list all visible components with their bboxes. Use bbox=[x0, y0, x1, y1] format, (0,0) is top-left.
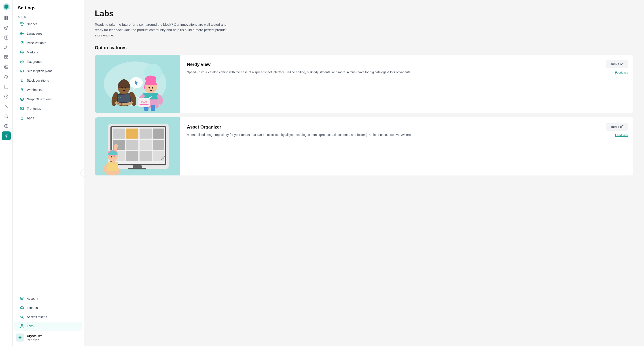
labs-icon bbox=[20, 324, 24, 328]
opt-in-title: Opt-in features bbox=[95, 45, 633, 50]
svg-point-66 bbox=[148, 89, 148, 90]
sidebar-item-frontends[interactable]: Frontends bbox=[14, 104, 82, 113]
svg-point-87 bbox=[164, 156, 165, 157]
svg-point-64 bbox=[148, 87, 150, 88]
sidebar-item-markets[interactable]: Markets bbox=[14, 48, 82, 57]
nerdy-view-description: Speed up your catalog editing with the e… bbox=[187, 70, 586, 75]
sidebar-item-languages[interactable]: Languages bbox=[14, 29, 82, 38]
svg-point-88 bbox=[162, 157, 164, 159]
asset-organizer-actions: Turn it off Feedback bbox=[593, 117, 633, 175]
rail-language-icon[interactable] bbox=[2, 122, 11, 131]
subscription-plans-icon bbox=[20, 69, 24, 73]
svg-point-20 bbox=[5, 115, 8, 117]
svg-rect-29 bbox=[20, 70, 24, 72]
rail-search-icon[interactable] bbox=[2, 112, 11, 121]
svg-point-51 bbox=[118, 103, 119, 104]
rail-nodes-icon[interactable] bbox=[2, 43, 11, 52]
price-variants-label: Price Variants bbox=[27, 41, 46, 45]
app-logo[interactable] bbox=[2, 3, 10, 11]
markets-label: Markets bbox=[27, 50, 38, 54]
rail-analytics-icon[interactable] bbox=[2, 92, 11, 101]
tenant-item[interactable]: Crystallize crystal plan bbox=[12, 331, 84, 344]
main-content: Labs Ready to take the future for a spin… bbox=[84, 0, 644, 346]
svg-rect-86 bbox=[153, 151, 164, 161]
svg-point-52 bbox=[121, 103, 122, 105]
icon-rail bbox=[0, 0, 12, 346]
graphql-explorer-icon bbox=[20, 97, 24, 101]
svg-rect-0 bbox=[4, 16, 6, 18]
svg-point-89 bbox=[161, 159, 162, 160]
sidebar-item-stock-locations[interactable]: Stock Locations bbox=[14, 76, 82, 85]
svg-rect-76 bbox=[126, 128, 138, 139]
svg-point-48 bbox=[125, 87, 126, 88]
svg-marker-31 bbox=[20, 98, 24, 101]
webhooks-label: Webhooks bbox=[27, 88, 42, 92]
price-variants-icon bbox=[20, 41, 24, 45]
svg-point-26 bbox=[22, 42, 23, 43]
svg-rect-11 bbox=[6, 55, 8, 56]
sidebar-bottom: Account Tenants Access tokens Labs bbox=[12, 290, 84, 346]
tenant-info: Crystallize crystal plan bbox=[27, 334, 42, 341]
asset-organizer-feedback-link[interactable]: Feedback bbox=[615, 133, 628, 137]
graphql-explorer-label: GraphQL explorer bbox=[27, 97, 52, 101]
svg-rect-23 bbox=[20, 22, 22, 24]
sidebar-item-price-variants[interactable]: Price Variants bbox=[14, 38, 82, 47]
nerdy-view-feedback-link[interactable]: Feedback bbox=[615, 71, 628, 74]
access-tokens-label: Access tokens bbox=[27, 315, 47, 319]
svg-rect-77 bbox=[140, 128, 152, 139]
sidebar-item-graphql-explorer[interactable]: GraphQL explorer bbox=[14, 95, 82, 104]
asset-organizer-description: A centralized image repository for your … bbox=[187, 132, 586, 137]
labs-label: Labs bbox=[27, 324, 34, 328]
account-icon bbox=[20, 296, 24, 301]
rail-layers-icon[interactable] bbox=[2, 72, 11, 81]
svg-point-68 bbox=[154, 89, 154, 90]
sidebar-title: Settings bbox=[12, 0, 84, 14]
svg-text:</>: </> bbox=[118, 96, 121, 99]
rail-dashboard-icon[interactable] bbox=[2, 13, 11, 22]
svg-rect-80 bbox=[126, 140, 138, 150]
rail-catalog-icon[interactable] bbox=[2, 23, 11, 32]
tax-groups-icon bbox=[20, 59, 24, 64]
feature-card-asset-organizer: Asset Organizer A centralized image repo… bbox=[95, 117, 633, 175]
rail-settings-icon[interactable] bbox=[2, 131, 11, 140]
feature-card-nerdy-view: </> bbox=[95, 55, 633, 113]
sidebar-item-shapes[interactable]: Shapes → bbox=[14, 20, 82, 29]
access-tokens-icon bbox=[20, 315, 24, 319]
nerdy-view-illustration: </> bbox=[95, 55, 180, 113]
tax-groups-label: Tax groups bbox=[27, 60, 42, 63]
svg-point-22 bbox=[6, 135, 7, 137]
sidebar-section-build: Build bbox=[12, 14, 84, 19]
svg-rect-14 bbox=[4, 58, 6, 59]
sidebar-item-account[interactable]: Account bbox=[14, 294, 82, 303]
svg-rect-1 bbox=[6, 16, 8, 18]
rail-grid-icon[interactable] bbox=[2, 53, 11, 62]
svg-point-59 bbox=[145, 101, 147, 103]
sidebar-item-subscription-plans[interactable]: Subscription plans → bbox=[14, 67, 82, 75]
sidebar-collapse-button[interactable]: ‹ bbox=[80, 169, 84, 177]
svg-point-60 bbox=[143, 102, 145, 103]
sidebar-item-tenants[interactable]: Tenants bbox=[14, 303, 82, 312]
svg-point-92 bbox=[114, 144, 118, 148]
svg-point-24 bbox=[22, 22, 24, 24]
webhooks-icon bbox=[20, 88, 24, 92]
svg-rect-35 bbox=[20, 298, 22, 299]
asset-organizer-content: Asset Organizer A centralized image repo… bbox=[180, 117, 593, 175]
asset-organizer-turn-off-button[interactable]: Turn it off bbox=[606, 123, 628, 131]
sidebar-item-access-tokens[interactable]: Access tokens bbox=[14, 313, 82, 322]
rail-orders-icon[interactable] bbox=[2, 82, 11, 91]
sidebar-item-webhooks[interactable]: Webhooks → bbox=[14, 85, 82, 94]
svg-point-9 bbox=[7, 48, 8, 49]
sidebar-item-labs[interactable]: Labs bbox=[14, 322, 82, 331]
svg-point-8 bbox=[4, 48, 5, 49]
account-label: Account bbox=[27, 297, 38, 300]
rail-book-icon[interactable] bbox=[2, 33, 11, 42]
sidebar-item-apps[interactable]: Apps bbox=[14, 114, 82, 122]
apps-label: Apps bbox=[27, 116, 34, 120]
nerdy-view-turn-off-button[interactable]: Turn it off bbox=[606, 60, 628, 68]
rail-users-icon[interactable] bbox=[2, 102, 11, 111]
svg-rect-98 bbox=[128, 168, 146, 169]
nerdy-view-content: Nerdy view Speed up your catalog editing… bbox=[180, 55, 593, 113]
rail-image-icon[interactable] bbox=[2, 63, 11, 71]
sidebar-item-tax-groups[interactable]: Tax groups bbox=[14, 57, 82, 66]
svg-rect-3 bbox=[6, 18, 8, 20]
